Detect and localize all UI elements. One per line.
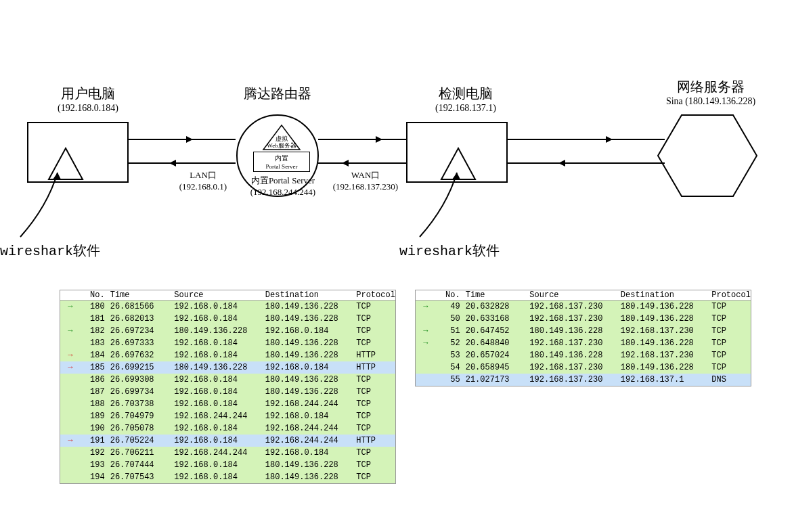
cell-destination: 180.149.136.228 [618, 363, 709, 372]
cell-source: 192.168.137.230 [527, 338, 617, 348]
cell-no: 52 [436, 338, 463, 348]
cell-no: 180 [81, 302, 108, 311]
cell-time: 26.699734 [108, 387, 172, 397]
table-row[interactable]: →18226.697234180.149.136.228192.168.0.18… [60, 325, 395, 337]
link-line [508, 139, 665, 140]
cell-source: 192.168.137.230 [527, 363, 617, 372]
table-row[interactable]: 19426.707543192.168.0.184180.149.136.228… [60, 471, 395, 483]
cell-source: 192.168.244.244 [171, 412, 262, 421]
cell-time: 20.657024 [463, 351, 527, 360]
cell-protocol: TCP [709, 338, 751, 348]
cell-no: 193 [81, 460, 108, 470]
cell-protocol: TCP [709, 314, 751, 324]
cell-protocol: TCP [709, 351, 751, 360]
link-line [129, 162, 236, 164]
cell-source: 192.168.0.184 [171, 314, 262, 324]
table-row[interactable]: 5320.657024180.149.136.228192.168.137.23… [416, 349, 751, 361]
table-row[interactable]: 18326.697333192.168.0.184180.149.136.228… [60, 337, 395, 349]
cell-no: 185 [81, 363, 108, 372]
table-header: No. Time Source Destination Protocol [416, 290, 751, 301]
table-row[interactable]: →5120.647452180.149.136.228192.168.137.2… [416, 325, 751, 337]
cell-time: 26.682013 [108, 314, 172, 324]
cell-no: 191 [81, 436, 108, 445]
cell-destination: 180.149.136.228 [263, 338, 353, 348]
link-line [129, 139, 236, 140]
cell-destination: 192.168.244.244 [263, 399, 353, 409]
web-server-label: 网络服务器 Sina (180.149.136.228) [650, 78, 772, 107]
cell-destination: 192.168.0.184 [263, 363, 353, 372]
cell-no: 51 [436, 326, 463, 336]
arrow-green-icon: → [423, 302, 428, 311]
cell-protocol: TCP [353, 472, 395, 482]
network-diagram: 用户电脑 (192.168.0.184) 腾达路由器 虚拟 Web服务器 内置 … [0, 85, 794, 274]
detect-pc-label: 检测电脑 (192.168.137.1) [415, 85, 516, 114]
cell-no: 188 [81, 399, 108, 409]
link-line [318, 162, 406, 164]
table-row[interactable]: 19026.705078192.168.0.184192.168.244.244… [60, 422, 395, 435]
cell-no: 187 [81, 387, 108, 397]
cell-no: 186 [81, 375, 108, 384]
table-row[interactable]: 18826.703738192.168.0.184192.168.244.244… [60, 398, 395, 410]
cell-destination: 192.168.137.230 [618, 351, 709, 360]
cell-destination: 180.149.136.228 [263, 302, 353, 311]
cell-source: 192.168.0.184 [171, 399, 262, 409]
cell-source: 192.168.244.244 [171, 448, 262, 458]
cell-time: 20.633168 [463, 314, 527, 324]
cell-source: 180.149.136.228 [171, 326, 262, 336]
table-row[interactable]: 18926.704979192.168.244.244192.168.0.184… [60, 410, 395, 422]
table-row[interactable]: →4920.632828192.168.137.230180.149.136.2… [416, 301, 751, 313]
cell-protocol: TCP [353, 375, 395, 384]
cell-time: 20.658945 [463, 363, 527, 372]
arrow-red-icon: → [68, 436, 72, 445]
cell-destination: 180.149.136.228 [263, 375, 353, 384]
cell-protocol: TCP [353, 338, 395, 348]
cell-protocol: TCP [353, 424, 395, 433]
cell-destination: 180.149.136.228 [263, 351, 353, 360]
cell-destination: 192.168.137.1 [618, 375, 709, 384]
cell-protocol: TCP [353, 302, 395, 311]
cell-protocol: TCP [353, 399, 395, 409]
table-row[interactable]: 5420.658945192.168.137.230180.149.136.22… [416, 361, 751, 374]
cell-source: 192.168.0.184 [171, 424, 262, 433]
cell-source: 192.168.0.184 [171, 351, 262, 360]
table-row[interactable]: 18126.682013192.168.0.184180.149.136.228… [60, 313, 395, 325]
table-row[interactable]: →19126.705224192.168.0.184192.168.244.24… [60, 435, 395, 447]
router-inner-top: 虚拟 Web服务器 [261, 124, 302, 154]
cell-no: 50 [436, 314, 463, 324]
cell-source: 192.168.137.230 [527, 375, 617, 384]
cell-protocol: TCP [353, 460, 395, 470]
cell-protocol: TCP [353, 412, 395, 421]
cell-source: 180.149.136.228 [527, 326, 617, 336]
cell-no: 181 [81, 314, 108, 324]
cell-no: 194 [81, 472, 108, 482]
cell-destination: 192.168.0.184 [263, 412, 353, 421]
table-row[interactable]: →18026.681566192.168.0.184180.149.136.22… [60, 301, 395, 313]
table-row[interactable]: 19326.707444192.168.0.184180.149.136.228… [60, 459, 395, 471]
cell-source: 192.168.0.184 [171, 472, 262, 482]
table-row[interactable]: 5020.633168192.168.137.230180.149.136.22… [416, 313, 751, 325]
cell-time: 26.705078 [108, 424, 172, 433]
cell-protocol: HTTP [353, 436, 395, 445]
hexagon-icon [657, 112, 758, 200]
table-row[interactable]: 18626.699308192.168.0.184180.149.136.228… [60, 374, 395, 386]
cell-destination: 192.168.244.244 [263, 424, 353, 433]
table-row[interactable]: 19226.706211192.168.244.244192.168.0.184… [60, 447, 395, 459]
cell-protocol: TCP [353, 448, 395, 458]
portal-label: 内置Portal Server (192.168.244.244) [239, 175, 327, 198]
table-row[interactable]: →18426.697632192.168.0.184180.149.136.22… [60, 349, 395, 361]
cell-protocol: DNS [709, 375, 751, 384]
lan-label: LAN口 (192.168.0.1) [173, 169, 234, 192]
cell-time: 26.681566 [108, 302, 172, 311]
table-row[interactable]: 5521.027173192.168.137.230192.168.137.1D… [416, 374, 751, 386]
cell-destination: 180.149.136.228 [618, 338, 709, 348]
cell-protocol: TCP [353, 326, 395, 336]
arrow-green-icon: → [68, 302, 72, 311]
cell-protocol: HTTP [353, 363, 395, 372]
table-row[interactable]: →5220.648840192.168.137.230180.149.136.2… [416, 337, 751, 349]
user-pc-label: 用户电脑 (192.168.0.184) [37, 85, 139, 114]
cell-source: 180.149.136.228 [527, 351, 617, 360]
cell-time: 26.697632 [108, 351, 172, 360]
table-row[interactable]: →18526.699215180.149.136.228192.168.0.18… [60, 361, 395, 374]
cell-time: 26.705224 [108, 436, 172, 445]
table-row[interactable]: 18726.699734192.168.0.184180.149.136.228… [60, 386, 395, 398]
